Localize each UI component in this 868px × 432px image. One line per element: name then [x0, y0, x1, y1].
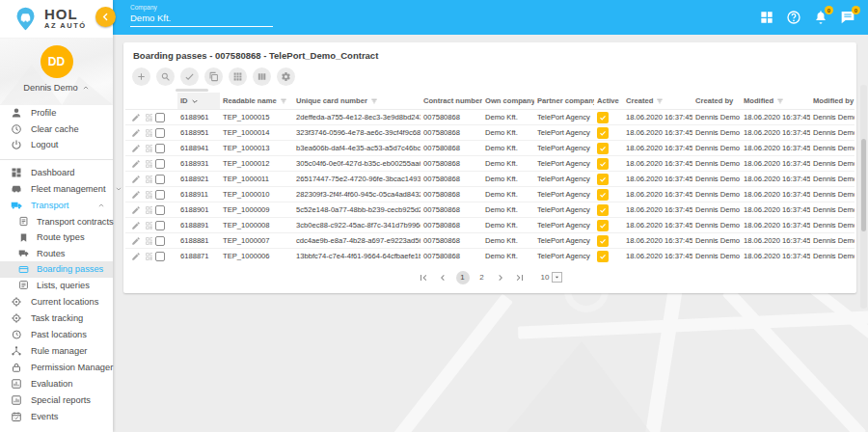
qrcode-icon[interactable] [145, 113, 152, 122]
column-header-modified[interactable]: Modified [741, 93, 810, 110]
row-checkbox[interactable] [155, 175, 165, 184]
qrcode-icon[interactable] [145, 190, 152, 200]
row-checkbox[interactable] [155, 221, 165, 230]
sidebar-item-clear-cache[interactable]: Clear cache [0, 122, 113, 138]
active-checkbox[interactable] [597, 174, 609, 185]
table-row[interactable]: 6188931TEP_1000012305c04f6-0e0f-427d-b35… [125, 156, 854, 172]
edit-icon[interactable] [131, 159, 141, 169]
row-checkbox[interactable] [155, 113, 165, 122]
row-checkbox[interactable] [155, 144, 165, 153]
vertical-scrollbar[interactable] [860, 85, 867, 309]
search-button[interactable] [156, 68, 175, 86]
row-checkbox[interactable] [155, 128, 165, 138]
table-row[interactable]: 6188951TEP_1000014323f3746-0596-4e78-ae6… [125, 125, 854, 141]
notifications-button[interactable]: 0 [813, 10, 828, 25]
active-checkbox[interactable] [597, 158, 609, 170]
page-size-select[interactable]: 10 [541, 272, 563, 283]
sidebar-item-dashboard[interactable]: Dashboard [0, 165, 113, 181]
column-header-partner[interactable]: Partner company [534, 93, 594, 110]
edit-icon[interactable] [131, 113, 141, 122]
edit-icon[interactable] [131, 221, 141, 230]
edit-icon[interactable] [131, 236, 141, 246]
qrcode-icon[interactable] [145, 252, 152, 261]
active-checkbox[interactable] [597, 251, 609, 262]
active-checkbox[interactable] [597, 189, 609, 201]
sidebar-item-current-locations[interactable]: Current locations [0, 293, 113, 310]
table-row[interactable]: 6188921TEP_100001126517447-75e2-4720-96f… [125, 172, 854, 187]
active-checkbox[interactable] [597, 204, 609, 216]
sidebar-item-transport[interactable]: Transport [0, 198, 113, 214]
table-row[interactable]: 6188871TEP_100000613bbfc74-c7e4-4f61-966… [125, 249, 854, 264]
apps-button[interactable] [759, 10, 774, 25]
messages-button[interactable]: 0 [840, 10, 855, 25]
column-header-card[interactable]: Unique card number [293, 93, 420, 110]
user-menu-toggle[interactable]: Dennis Demo [0, 83, 113, 93]
qrcode-icon[interactable] [145, 221, 152, 230]
edit-icon[interactable] [131, 205, 141, 215]
active-checkbox[interactable] [597, 220, 609, 231]
active-checkbox[interactable] [597, 143, 609, 154]
sidebar-item-permission-manager[interactable]: Permission Manager [0, 359, 113, 375]
edit-icon[interactable] [131, 252, 141, 261]
sidebar-item-logout[interactable]: Logout [0, 137, 113, 153]
sidebar-item-boarding-passes[interactable]: Boarding passes [0, 261, 113, 278]
table-row[interactable]: 6188901TEP_10000095c52e148-0a77-48bb-b23… [125, 202, 854, 218]
page-2-button[interactable]: 2 [477, 273, 487, 282]
check-button[interactable] [180, 68, 199, 86]
qrcode-icon[interactable] [145, 175, 152, 184]
active-checkbox[interactable] [597, 235, 609, 247]
edit-icon[interactable] [131, 144, 141, 153]
table-row[interactable]: 6188881TEP_1000007cdc4ae9b-e8a7-4b28-a69… [125, 233, 854, 249]
active-checkbox[interactable] [597, 112, 609, 123]
company-select[interactable]: Company Demo Kft. [130, 4, 273, 35]
help-button[interactable] [786, 10, 801, 25]
column-header-modified_by[interactable]: Modified by [810, 93, 854, 110]
edit-icon[interactable] [131, 190, 141, 200]
row-checkbox[interactable] [155, 159, 165, 169]
sidebar-item-special-reports[interactable]: Special reports [0, 392, 113, 408]
column-header-own[interactable]: Own company [482, 93, 534, 110]
last-page-button[interactable] [514, 272, 526, 284]
sidebar-item-events[interactable]: Events [0, 408, 113, 424]
grid-button[interactable] [229, 68, 247, 86]
sidebar-collapse-button[interactable] [95, 7, 116, 27]
sidebar-item-transport-contracts[interactable]: Transport contracts [0, 214, 113, 230]
table-row[interactable]: 6188941TEP_1000013b3ea606b-daf4-4e35-ac5… [125, 141, 854, 156]
sidebar-item-route-types[interactable]: Route types [0, 230, 113, 246]
sidebar-item-profile[interactable]: Profile [0, 105, 113, 122]
columns-button[interactable] [253, 68, 271, 86]
column-header-id[interactable]: ID [177, 93, 220, 110]
column-header-active[interactable]: Active [594, 93, 623, 110]
qrcode-icon[interactable] [145, 128, 152, 138]
add-button[interactable] [132, 68, 150, 86]
column-header-created_by[interactable]: Created by [692, 93, 741, 110]
prev-page-button[interactable] [437, 272, 448, 284]
row-checkbox[interactable] [155, 252, 165, 261]
sidebar-item-routes[interactable]: Routes [0, 246, 113, 262]
vertical-scrollbar-thumb[interactable] [861, 139, 866, 231]
copy-button[interactable] [204, 68, 223, 86]
row-checkbox[interactable] [155, 205, 165, 215]
active-checkbox[interactable] [597, 127, 609, 139]
sidebar-item-rule-manager[interactable]: Rule manager [0, 342, 113, 359]
page-1-button[interactable]: 1 [456, 271, 470, 284]
column-header-created[interactable]: Created [623, 93, 692, 110]
table-row[interactable]: 6188891TEP_10000083cb0ec88-c922-45ac-8f7… [125, 218, 854, 233]
first-page-button[interactable] [418, 272, 429, 284]
row-checkbox[interactable] [155, 190, 165, 200]
sidebar-item-fleet-management[interactable]: Fleet management [0, 181, 113, 198]
table-row[interactable]: 6188961TEP_10000152deffeda-a755-4e12-8ec… [125, 110, 854, 125]
edit-icon[interactable] [131, 175, 141, 184]
horizontal-scrollbar[interactable] [176, 89, 208, 92]
qrcode-icon[interactable] [145, 144, 152, 153]
table-row[interactable]: 6188911TEP_1000010282309f3-2f4f-4f60-945… [125, 187, 854, 202]
row-checkbox[interactable] [155, 236, 165, 246]
sidebar-item-past-locations[interactable]: Past locations [0, 326, 113, 342]
column-header-name[interactable]: Readable name [220, 93, 293, 110]
column-header-contract[interactable]: Contract number [420, 93, 482, 110]
sidebar-item-evaluation[interactable]: Evaluation [0, 375, 113, 392]
qrcode-icon[interactable] [145, 159, 152, 169]
sidebar-item-task-tracking[interactable]: Task tracking [0, 310, 113, 326]
edit-icon[interactable] [131, 128, 141, 138]
settings-button[interactable] [277, 68, 295, 86]
